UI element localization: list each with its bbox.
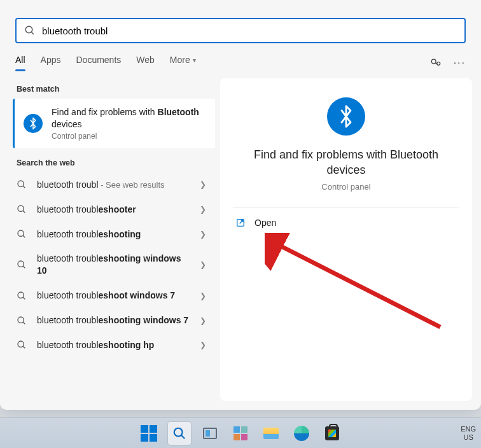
svg-line-7 <box>23 211 25 213</box>
svg-point-21 <box>174 428 183 436</box>
svg-line-11 <box>23 266 25 268</box>
open-label: Open <box>254 218 276 228</box>
chevron-right-icon: ❯ <box>200 205 206 214</box>
web-result-text: bluetooth troubleshooter <box>37 204 190 216</box>
svg-line-5 <box>23 186 25 188</box>
svg-point-12 <box>18 292 24 298</box>
web-result-item[interactable]: bluetooth troubleshoot windows 7❯ <box>5 283 215 308</box>
language-indicator[interactable]: ENG US <box>461 425 476 440</box>
best-match-result[interactable]: Find and fix problems with Bluetooth dev… <box>13 99 215 148</box>
taskbar-search-button[interactable] <box>168 422 191 445</box>
svg-point-10 <box>18 261 24 267</box>
search-icon <box>24 25 36 36</box>
search-input[interactable] <box>36 25 457 36</box>
windows-logo-icon <box>141 425 157 442</box>
chevron-down-icon: ▾ <box>193 57 196 64</box>
tabs-actions: ··· <box>429 57 466 69</box>
search-web-label: Search the web <box>5 152 215 172</box>
web-result-item[interactable]: bluetooth troubleshooting hp❯ <box>5 333 215 358</box>
svg-point-14 <box>18 317 24 323</box>
search-icon <box>17 291 27 301</box>
search-icon <box>172 426 186 440</box>
search-bar-container <box>0 0 481 43</box>
svg-line-17 <box>23 346 25 348</box>
chevron-right-icon: ❯ <box>200 260 206 269</box>
best-match-label: Best match <box>5 78 215 99</box>
svg-point-6 <box>18 206 24 211</box>
windows-search-panel: All Apps Documents Web More▾ ··· Best ma… <box>0 0 481 410</box>
svg-point-3 <box>436 62 440 65</box>
svg-line-13 <box>23 297 25 299</box>
taskbar-pinned-apps <box>137 422 344 445</box>
svg-point-2 <box>431 59 436 64</box>
chevron-right-icon: ❯ <box>200 340 206 349</box>
search-icon <box>17 260 27 270</box>
taskbar-system-tray: ENG US <box>461 425 476 440</box>
results-left-column: Best match Find and fix problems with Bl… <box>5 78 215 401</box>
search-icon <box>17 229 27 239</box>
tab-more[interactable]: More▾ <box>170 55 196 71</box>
store-icon <box>325 426 339 440</box>
edge-button[interactable] <box>290 422 313 445</box>
search-icon <box>17 204 27 214</box>
chevron-right-icon: ❯ <box>200 180 206 189</box>
detail-subtitle: Control panel <box>321 182 370 192</box>
search-in-work-icon[interactable] <box>429 57 442 69</box>
web-results-list: bluetooth troubl - See web results❯bluet… <box>5 172 215 358</box>
tabs-row: All Apps Documents Web More▾ ··· <box>0 43 481 72</box>
search-bar[interactable] <box>15 18 466 43</box>
filter-tabs: All Apps Documents Web More▾ <box>15 55 196 71</box>
svg-line-1 <box>31 32 34 34</box>
detail-title: Find and fix problems with Bluetooth dev… <box>233 147 459 178</box>
search-icon <box>17 340 27 350</box>
open-external-icon <box>235 218 246 228</box>
svg-point-4 <box>18 181 24 186</box>
web-result-item[interactable]: bluetooth troubleshooter❯ <box>5 197 215 222</box>
file-explorer-button[interactable] <box>260 422 282 445</box>
bluetooth-icon <box>327 97 365 136</box>
svg-point-16 <box>18 341 24 347</box>
bluetooth-icon <box>24 114 43 133</box>
start-button[interactable] <box>137 422 160 445</box>
task-view-icon <box>203 428 217 439</box>
widgets-button[interactable] <box>229 422 252 445</box>
svg-point-8 <box>18 230 24 236</box>
chevron-right-icon: ❯ <box>200 291 206 300</box>
more-options-button[interactable]: ··· <box>454 57 466 69</box>
svg-line-15 <box>23 322 25 324</box>
chevron-right-icon: ❯ <box>200 230 206 239</box>
task-view-button[interactable] <box>199 422 221 445</box>
web-result-text: bluetooth troubl - See web results <box>37 179 190 191</box>
tab-web[interactable]: Web <box>136 55 155 71</box>
microsoft-store-button[interactable] <box>321 422 344 445</box>
tab-apps[interactable]: Apps <box>41 55 61 71</box>
folder-icon <box>263 428 279 439</box>
tab-all[interactable]: All <box>15 55 25 71</box>
taskbar: ENG US <box>0 417 481 448</box>
web-result-item[interactable]: bluetooth troubleshooting windows 7❯ <box>5 308 215 333</box>
web-result-item[interactable]: bluetooth troubleshooting❯ <box>5 222 215 247</box>
tab-documents[interactable]: Documents <box>76 55 121 71</box>
search-icon <box>17 179 27 190</box>
web-result-text: bluetooth troubleshooting windows 7 <box>37 314 190 326</box>
svg-line-9 <box>23 235 25 237</box>
widgets-icon <box>234 426 247 440</box>
web-result-item[interactable]: bluetooth troubleshooting windows 10❯ <box>5 246 215 283</box>
web-result-text: bluetooth troubleshooting <box>37 228 190 241</box>
svg-line-22 <box>181 435 185 438</box>
best-match-text: Find and fix problems with Bluetooth dev… <box>52 106 206 141</box>
web-result-text: bluetooth troubleshooting windows 10 <box>37 253 190 277</box>
svg-point-0 <box>25 26 32 33</box>
detail-pane: Find and fix problems with Bluetooth dev… <box>220 78 472 401</box>
search-icon <box>17 316 27 326</box>
results-area: Best match Find and fix problems with Bl… <box>0 72 481 410</box>
web-result-item[interactable]: bluetooth troubl - See web results❯ <box>5 172 215 197</box>
web-result-text: bluetooth troubleshoot windows 7 <box>37 290 190 302</box>
chevron-right-icon: ❯ <box>200 316 206 325</box>
open-action[interactable]: Open <box>233 207 459 238</box>
web-result-text: bluetooth troubleshooting hp <box>37 339 190 351</box>
edge-icon <box>294 426 309 441</box>
